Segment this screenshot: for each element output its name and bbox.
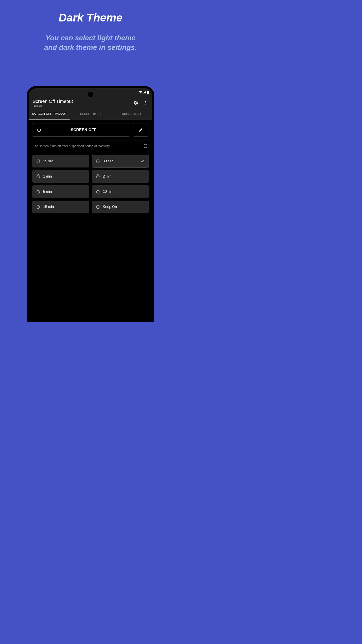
timeout-option[interactable]: 5 min [32, 185, 89, 198]
promo-subtitle: You can select light theme and dark them… [0, 33, 181, 52]
timeout-option-label: 5 min [43, 190, 52, 194]
timeout-option[interactable]: 10 min [92, 185, 149, 198]
svg-point-14 [96, 206, 99, 208]
timeout-option[interactable]: 30 sec [92, 155, 149, 168]
timeout-option-label: 15 sec [43, 159, 54, 163]
tab-label: SCHEDULER [122, 112, 141, 116]
tab-sleep-timer[interactable]: SLEEP TIMER [70, 109, 111, 120]
svg-point-9 [37, 175, 39, 178]
svg-point-7 [37, 160, 39, 163]
timeout-option[interactable]: Keep On [92, 200, 149, 213]
battery-icon [147, 90, 149, 94]
screen-off-label: SCREEN OFF [41, 128, 126, 132]
power-icon [36, 128, 41, 132]
svg-point-2 [145, 101, 146, 102]
settings-button[interactable] [133, 100, 139, 106]
app-header: Screen Off Timeout Premium [29, 88, 152, 120]
camera-notch [88, 92, 93, 97]
signal-icon [143, 91, 146, 94]
tab-bar: SCREEN OFF TIMEOUT SLEEP TIMER SCHEDULER [29, 109, 152, 120]
timeout-option-label: 1 min [43, 174, 52, 178]
timer-icon [36, 174, 40, 179]
tab-scheduler[interactable]: SCHEDULER [111, 109, 152, 120]
timeout-option[interactable]: 15 sec [32, 155, 89, 168]
phone-screen: Screen Off Timeout Premium [29, 88, 152, 322]
app-title: Screen Off Timeout [33, 98, 133, 104]
app-title-block: Screen Off Timeout Premium [33, 98, 133, 107]
timeout-option-label: Keep On [103, 205, 117, 209]
timer-icon [96, 174, 100, 179]
timer-icon [96, 190, 100, 194]
help-icon [143, 144, 148, 148]
main-content: SCREEN OFF The screen turns off after a … [29, 120, 152, 217]
svg-point-11 [37, 190, 39, 193]
description-text: The screen turns off after a specified p… [33, 144, 143, 148]
tab-label: SCREEN OFF TIMEOUT [32, 112, 67, 116]
timer-icon [96, 204, 100, 209]
timer-icon [36, 204, 40, 209]
help-button[interactable] [143, 144, 148, 148]
app-subtitle: Premium [33, 104, 133, 107]
svg-point-12 [96, 190, 99, 193]
tab-label: SLEEP TIMER [80, 112, 101, 116]
check-icon [140, 159, 145, 164]
timer-icon [36, 159, 40, 164]
timeout-option[interactable]: 1 min [32, 170, 89, 183]
timeout-options-grid: 15 sec30 sec1 min2 min5 min10 min15 minK… [32, 155, 149, 213]
svg-point-10 [96, 175, 99, 178]
svg-point-3 [145, 102, 146, 103]
svg-rect-0 [147, 90, 148, 91]
more-button[interactable] [143, 100, 148, 106]
timeout-option-label: 15 min [43, 205, 54, 209]
timer-icon [96, 159, 100, 164]
screen-off-button[interactable]: SCREEN OFF [32, 123, 130, 137]
svg-point-8 [96, 160, 99, 163]
svg-point-6 [145, 147, 145, 147]
timeout-option-label: 30 sec [103, 159, 113, 163]
promo-title: Dark Theme [0, 11, 181, 24]
wifi-icon [139, 91, 142, 94]
pencil-icon [139, 128, 143, 132]
timeout-option-label: 10 min [103, 190, 113, 194]
svg-rect-1 [147, 91, 149, 94]
edit-button[interactable] [133, 123, 149, 137]
phone-frame: Screen Off Timeout Premium [27, 86, 154, 322]
description-row: The screen turns off after a specified p… [32, 140, 149, 152]
gear-icon [133, 100, 138, 105]
more-vert-icon [143, 100, 148, 105]
tab-screen-off-timeout[interactable]: SCREEN OFF TIMEOUT [29, 109, 70, 120]
promo-subtitle-line2: and dark theme in settings. [44, 44, 137, 52]
timeout-option[interactable]: 2 min [92, 170, 149, 183]
promo-subtitle-line1: You can select light theme [45, 34, 135, 42]
svg-point-13 [37, 206, 39, 208]
timeout-option[interactable]: 15 min [32, 200, 89, 213]
svg-point-4 [145, 104, 146, 104]
timer-icon [36, 190, 40, 194]
timeout-option-label: 2 min [103, 174, 111, 178]
